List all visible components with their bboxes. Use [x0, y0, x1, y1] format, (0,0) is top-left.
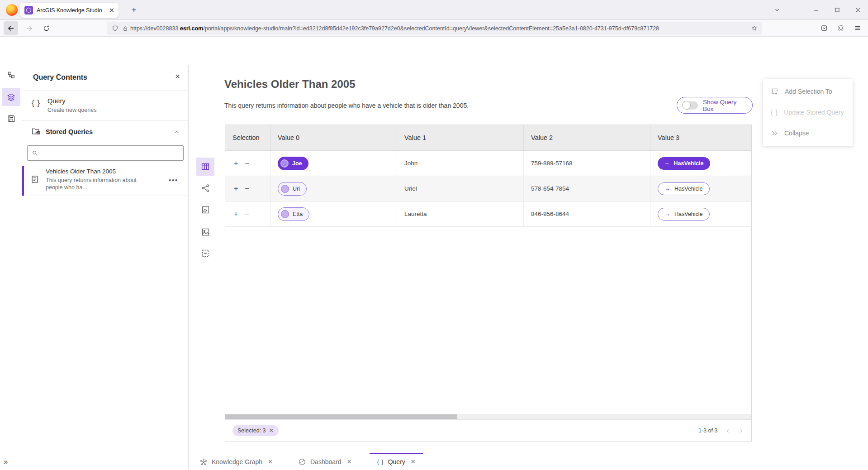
forward-button[interactable] — [22, 21, 36, 35]
relationship-pill[interactable]: →HasVehicle — [658, 182, 710, 195]
table-footer: Selected: 3 ✕ 1-3 of 3 ‹ › — [225, 419, 751, 441]
dashboard-icon — [298, 458, 306, 466]
selected-count-label: Selected: 3 — [237, 427, 266, 434]
stored-queries-title: Stored Queries — [46, 128, 93, 135]
reload-button[interactable] — [39, 21, 53, 35]
list-tabs-chevron-icon[interactable] — [770, 4, 784, 16]
tab-knowledge-graph[interactable]: Knowledge Graph ✕ — [192, 453, 280, 470]
query-contents-panel: Query Contents × { } Query Create new qu… — [22, 65, 189, 470]
knowledge-graph-rail-button[interactable] — [2, 66, 20, 84]
map-view-button[interactable] — [196, 201, 214, 219]
table-row[interactable]: + − Uri Uriel 578-654-7854 →HasVehicle — [225, 176, 751, 201]
window-close-button[interactable] — [851, 4, 865, 16]
browser-tab[interactable]: ArcGIS Knowledge Studio ✕ — [20, 3, 119, 18]
tab-close-icon[interactable]: ✕ — [268, 458, 273, 465]
toggle-label: Show Query Box — [703, 99, 747, 112]
stored-queries-search[interactable] — [27, 145, 184, 161]
entity-dot-icon — [281, 185, 289, 193]
tab-label: Dashboard — [310, 458, 342, 465]
table-row[interactable]: + − Etta Lauretta 846-956-8644 →HasVehic… — [225, 201, 751, 227]
link-chart-view-button[interactable] — [196, 179, 214, 197]
tab-close-icon[interactable]: ✕ — [109, 6, 114, 14]
pocket-icon[interactable] — [817, 21, 831, 35]
entity-pill[interactable]: Etta — [278, 207, 309, 221]
back-button[interactable] — [4, 21, 18, 35]
braces-icon: { } — [32, 99, 40, 108]
extensions-icon[interactable] — [834, 21, 848, 35]
add-to-selection-icon[interactable]: + — [234, 185, 238, 192]
tab-label: Query — [388, 458, 405, 465]
menu-item-collapse[interactable]: Collapse — [763, 123, 853, 144]
menu-icon[interactable] — [850, 21, 865, 35]
lock-icon[interactable] — [122, 25, 128, 32]
tab-close-icon[interactable]: ✕ — [411, 458, 416, 465]
bookmark-star-icon[interactable] — [751, 25, 758, 32]
remove-from-selection-icon[interactable]: − — [245, 185, 249, 192]
tab-query[interactable]: { } Query ✕ — [370, 453, 422, 470]
column-header: Value 3 — [650, 125, 751, 150]
arrow-right-icon: → — [664, 211, 670, 217]
entity-pill[interactable]: Joe — [278, 157, 308, 170]
firefox-icon[interactable] — [6, 4, 18, 16]
clear-selection-icon[interactable]: ✕ — [269, 427, 274, 434]
stored-query-description: This query returns information about peo… — [46, 177, 142, 191]
cell-value: 578-654-7854 — [531, 185, 569, 192]
selection-tools-button[interactable] — [196, 244, 214, 262]
add-to-selection-icon[interactable]: + — [234, 211, 238, 218]
entity-pill[interactable]: Uri — [278, 182, 307, 196]
collapse-section-chevron-icon[interactable] — [174, 129, 180, 135]
toggle-track[interactable] — [682, 101, 698, 110]
url-bar[interactable]: https://dev0028833.esri.com/portal/apps/… — [107, 22, 762, 35]
remove-from-selection-icon[interactable]: − — [245, 211, 249, 218]
table-view-button[interactable] — [196, 158, 214, 176]
arrow-right-icon: → — [664, 160, 670, 166]
save-rail-button[interactable] — [2, 110, 20, 128]
table-options-menu: Add Selection To { } Update Stored Query… — [763, 79, 853, 146]
next-page-icon[interactable]: › — [738, 427, 744, 435]
menu-item-label: Add Selection To — [785, 88, 832, 95]
bottom-tab-bar: Knowledge Graph ✕ Dashboard ✕ { } Query … — [189, 453, 868, 470]
knowledge-graph-icon — [199, 458, 208, 466]
stored-query-item[interactable]: Vehicles Older Than 2005 This query retu… — [22, 166, 188, 196]
table-row[interactable]: + − Joe John 759-889-57168 →HasVehicle — [225, 151, 751, 176]
previous-page-icon[interactable]: ‹ — [725, 427, 730, 435]
column-header: Value 2 — [524, 125, 650, 150]
relationship-pill[interactable]: →HasVehicle — [658, 157, 710, 170]
horizontal-scrollbar[interactable] — [225, 414, 751, 419]
layers-rail-button[interactable] — [2, 88, 20, 106]
toggle-knob[interactable] — [682, 101, 691, 110]
cell-value: Uriel — [404, 185, 417, 192]
query-result-title: Vehicles Older Than 2005 — [224, 78, 355, 91]
stored-query-title: Vehicles Older Than 2005 — [46, 168, 116, 175]
menu-item-update-stored-query[interactable]: { } Update Stored Query — [763, 102, 853, 123]
selected-item-accent-bar — [22, 166, 24, 196]
show-query-box-toggle[interactable]: Show Query Box — [677, 97, 753, 114]
scrollbar-thumb[interactable] — [225, 414, 457, 419]
menu-item-add-selection-to[interactable]: Add Selection To — [763, 81, 853, 102]
browser-window: ArcGIS Knowledge Studio ✕ + — [0, 0, 868, 470]
relationship-label: HasVehicle — [674, 160, 704, 167]
results-table: Selection Value 0 Value 1 Value 2 Value … — [225, 125, 752, 441]
image-view-button[interactable] — [196, 223, 214, 241]
panel-close-icon[interactable]: × — [175, 72, 180, 82]
relationship-pill[interactable]: →HasVehicle — [658, 208, 710, 221]
expand-rail-icon[interactable]: » — [4, 457, 8, 466]
divider — [22, 91, 188, 91]
stored-queries-search-input[interactable] — [41, 150, 179, 157]
tab-dashboard[interactable]: Dashboard ✕ — [291, 453, 359, 470]
stored-queries-folder-icon — [31, 127, 41, 136]
column-header: Value 1 — [397, 125, 524, 150]
window-maximize-button[interactable] — [830, 4, 844, 16]
window-minimize-button[interactable] — [809, 4, 823, 16]
tab-close-icon[interactable]: ✕ — [346, 458, 351, 465]
browser-tab-title: ArcGIS Knowledge Studio — [37, 7, 105, 14]
remove-from-selection-icon[interactable]: − — [245, 160, 249, 167]
add-to-selection-icon[interactable]: + — [234, 160, 238, 167]
query-item-subtitle: Create new queries — [47, 107, 96, 113]
more-options-icon[interactable]: ••• — [169, 177, 178, 184]
new-tab-button[interactable]: + — [128, 4, 140, 16]
selected-count-badge[interactable]: Selected: 3 ✕ — [232, 425, 279, 436]
panel-title: Query Contents — [33, 73, 87, 82]
entity-label: Uri — [293, 186, 300, 192]
tracking-shield-icon[interactable] — [112, 25, 119, 32]
